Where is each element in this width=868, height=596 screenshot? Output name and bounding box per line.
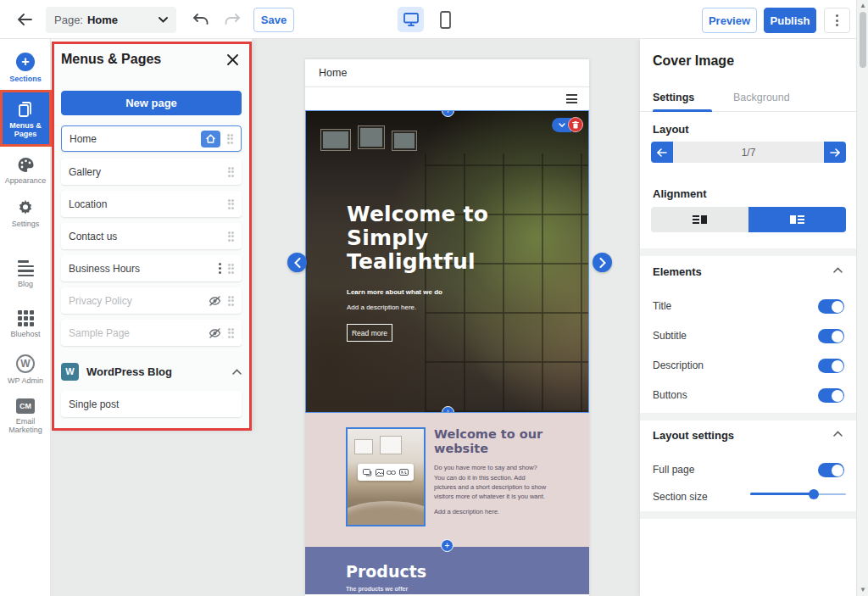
align-text-right-option[interactable] <box>748 207 846 232</box>
layout-prev-button[interactable] <box>651 142 673 163</box>
left-sidebar: + Sections Menus & Pages Appearance Sett… <box>0 39 51 596</box>
inspector-panel: Cover Image Settings Background Layout 1… <box>640 39 856 596</box>
replace-image-icon[interactable] <box>363 469 372 476</box>
slider-knob[interactable] <box>809 489 819 499</box>
close-icon <box>227 54 238 65</box>
welcome-section[interactable]: Welcome to our website Do you have more … <box>305 413 589 547</box>
preview-button[interactable]: Preview <box>702 8 757 33</box>
back-button[interactable] <box>14 9 36 30</box>
toggle-label-buttons: Buttons <box>653 389 687 401</box>
collapse-elements-button[interactable] <box>833 267 843 273</box>
scroll-down-arrow[interactable]: ▼ <box>860 587 866 593</box>
hero-section[interactable]: + Welcome to Simply Tealightful Learn mo… <box>305 110 589 413</box>
collapse-layout-settings-button[interactable] <box>833 431 843 437</box>
layout-next-button[interactable] <box>824 142 846 163</box>
hero-content: Welcome to Simply Tealightful Learn more… <box>347 203 550 342</box>
website-builder-app: Page: Home Save Preview Publish <box>0 0 868 596</box>
delete-section-button[interactable] <box>568 117 583 132</box>
drag-handle[interactable] <box>228 199 235 209</box>
align-text-left-option[interactable] <box>651 207 748 232</box>
read-more-button[interactable]: Read more <box>347 324 392 342</box>
page-selector[interactable]: Page: Home <box>46 7 176 33</box>
cm-badge-icon: CM <box>16 398 35 414</box>
preview-page-tab[interactable]: Home <box>305 59 589 87</box>
new-page-button[interactable]: New page <box>61 91 242 115</box>
align-left-icon <box>693 215 707 224</box>
sidebar-item-email-marketing[interactable]: CM Email Marketing <box>0 398 51 435</box>
page-item-home[interactable]: Home <box>61 125 242 152</box>
sidebar-item-wp-admin[interactable]: W WP Admin <box>0 354 51 385</box>
toggle-label-subtitle: Subtitle <box>653 330 687 342</box>
scrollbar-thumb[interactable] <box>860 12 866 68</box>
gear-icon <box>17 199 34 216</box>
alt-text-icon[interactable] <box>399 469 409 476</box>
drag-handle[interactable] <box>228 264 235 274</box>
layout-counter: 1/7 <box>673 142 824 163</box>
image-icon[interactable] <box>376 469 384 476</box>
window-scrollbar[interactable]: ▲ ▼ <box>856 0 868 596</box>
scroll-up-arrow[interactable]: ▲ <box>860 3 866 9</box>
inspector-tabs: Settings Background <box>640 81 856 112</box>
page-item-location[interactable]: Location <box>61 191 242 217</box>
page-item-single-post[interactable]: Single post <box>61 391 242 417</box>
redo-button[interactable] <box>222 10 242 29</box>
add-section-below-button[interactable]: + <box>442 406 454 413</box>
sidebar-item-sections[interactable]: + Sections <box>0 53 51 83</box>
sidebar-item-bluehost[interactable]: Bluehost <box>0 310 51 338</box>
blog-lines-icon <box>18 260 34 276</box>
toggle-subtitle[interactable] <box>818 329 844 343</box>
layout-label: Layout <box>653 123 689 136</box>
hero-description[interactable]: Add a description here. <box>347 304 550 311</box>
toggle-title[interactable] <box>818 299 844 314</box>
link-icon[interactable] <box>387 470 396 476</box>
drag-handle[interactable] <box>227 134 234 144</box>
sidebar-item-menus-pages[interactable]: Menus & Pages <box>0 92 51 147</box>
page-menu-button[interactable] <box>219 263 221 274</box>
alignment-segmented-control <box>651 207 846 232</box>
wordpress-blog-group-header[interactable]: W WordPress Blog <box>61 359 242 383</box>
page-item-contact-us[interactable]: Contact us <box>61 223 242 249</box>
prev-section-arrow[interactable] <box>287 253 307 272</box>
toggle-buttons[interactable] <box>818 388 844 403</box>
more-options-button[interactable] <box>824 8 850 33</box>
mobile-view-toggle[interactable] <box>437 9 453 31</box>
align-right-icon <box>790 215 804 224</box>
products-section[interactable]: Products The products we offer <box>305 547 589 594</box>
publish-button[interactable]: Publish <box>764 8 816 33</box>
welcome-section-note[interactable]: Add a description here. <box>434 508 549 515</box>
products-title[interactable]: Products <box>346 562 426 581</box>
hero-title[interactable]: Welcome to Simply Tealightful <box>347 203 550 274</box>
hamburger-menu-icon[interactable] <box>566 94 577 103</box>
sidebar-item-appearance[interactable]: Appearance <box>0 157 51 185</box>
section-image[interactable] <box>346 427 426 526</box>
page-item-sample-page[interactable]: Sample Page <box>61 320 242 346</box>
page-item-gallery[interactable]: Gallery <box>61 159 242 185</box>
add-section-above-button[interactable]: + <box>442 110 454 117</box>
close-panel-button[interactable] <box>225 52 240 67</box>
welcome-section-body[interactable]: Do you have more to say and show? You ca… <box>434 463 549 501</box>
drag-handle[interactable] <box>228 231 235 242</box>
undo-button[interactable] <box>190 10 210 29</box>
next-section-arrow[interactable] <box>593 253 612 272</box>
hero-subtitle[interactable]: Learn more about what we do <box>347 288 550 296</box>
desktop-view-toggle[interactable] <box>398 7 424 32</box>
toggle-label-title: Title <box>653 300 671 312</box>
section-size-slider[interactable] <box>750 488 846 500</box>
toggle-full-page[interactable] <box>818 463 844 477</box>
sidebar-item-blog[interactable]: Blog <box>0 260 51 288</box>
page-item-privacy-policy[interactable]: Privacy Policy <box>61 287 242 314</box>
products-body[interactable]: The products we offer <box>346 586 408 592</box>
toggle-description[interactable] <box>818 359 844 373</box>
tab-settings[interactable]: Settings <box>653 81 712 111</box>
add-section-button[interactable]: + <box>441 539 453 552</box>
drag-handle[interactable] <box>228 328 235 338</box>
save-button[interactable]: Save <box>253 8 294 32</box>
monitor-icon <box>403 13 419 26</box>
page-item-business-hours[interactable]: Business Hours <box>61 255 242 281</box>
drag-handle[interactable] <box>228 167 235 177</box>
welcome-section-title[interactable]: Welcome to our website <box>434 427 549 455</box>
sidebar-item-settings[interactable]: Settings <box>0 199 51 228</box>
grid-icon <box>18 310 34 326</box>
tab-background[interactable]: Background <box>733 81 793 111</box>
drag-handle[interactable] <box>228 296 235 306</box>
